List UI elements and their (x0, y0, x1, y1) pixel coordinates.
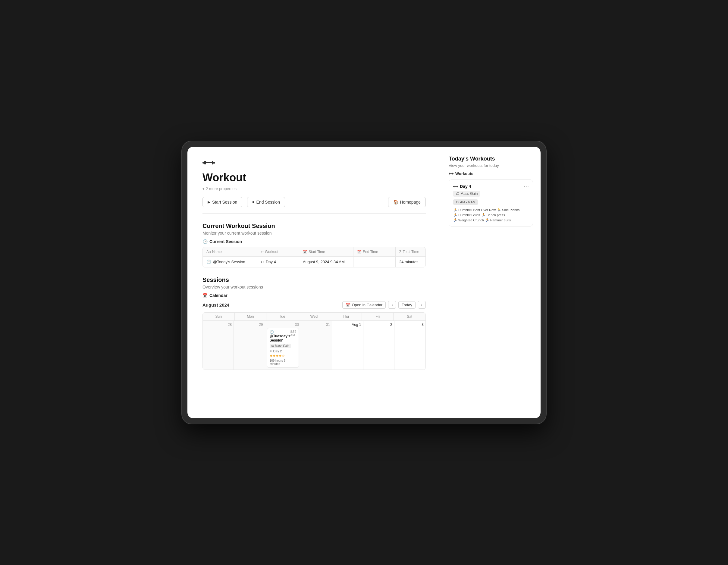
calendar-controls: 📅 Open in Calendar ‹ Today › (342, 301, 426, 309)
exercise-3: 🏃 Dumbbell curls (453, 213, 480, 217)
date-29: 29 (236, 322, 263, 327)
exercise-icon-5: 🏃 (453, 218, 457, 222)
card-more-button[interactable]: ··· (524, 184, 529, 189)
date-3: 3 (396, 322, 424, 327)
exercise-icon-3: 🏃 (453, 213, 457, 217)
right-panel: Today's Workouts View your workouts for … (441, 147, 541, 418)
card-dumbbell-icon (453, 184, 458, 189)
current-session-title: Current Workout Session (202, 223, 426, 230)
exercise-1: 🏃 Dumbbell Bent Over Row (453, 208, 496, 212)
end-session-button[interactable]: ■ End Session (247, 197, 285, 207)
cell-end-time (353, 257, 396, 267)
exercise-4: 🏃 Bench press (482, 213, 505, 217)
workouts-label: Workouts (449, 171, 533, 176)
calendar-icon-1: 📅 (303, 250, 307, 254)
svg-rect-12 (454, 187, 457, 187)
cal-cell-30: 30 🕐 @Tuesday's Session 8:52 AM (265, 321, 301, 369)
col-name: Aa Name (203, 247, 257, 256)
calendar-label-icon: 📅 (202, 293, 208, 298)
sigma-icon: Σ (399, 250, 401, 254)
day-fri: Fri (362, 312, 394, 320)
event-name-wrapper: 🕐 @Tuesday's Session (270, 330, 290, 342)
event-duration: 169 hours 9 minutes (270, 359, 297, 366)
sessions-section: Sessions Overview your workout sessions … (202, 277, 426, 370)
calendar-open-icon: 📅 (346, 303, 350, 307)
page-header: Workout ▾ 2 more properties (202, 159, 426, 191)
time-badge: 12 AM - 6 AM (453, 199, 478, 205)
cal-cell-aug1: Aug 1 (332, 321, 363, 369)
workout-col-icon: ⇿ (261, 250, 264, 254)
date-2: 2 (365, 322, 392, 327)
next-month-button[interactable]: › (418, 301, 426, 309)
exercise-2: 🏃 Side Planks (497, 208, 519, 212)
start-session-button[interactable]: ▶ Start Session (202, 197, 242, 207)
tag-icon: 🏷 (271, 344, 274, 347)
exercise-icon-4: 🏃 (482, 213, 486, 217)
card-tag: 🏷 Mass Gain (453, 191, 480, 197)
prev-month-button[interactable]: ‹ (388, 301, 396, 309)
day-icon: ⇿ (270, 349, 272, 353)
col-workout: ⇿ Workout (257, 247, 299, 256)
current-session-subtitle: Monitor your current workout session (202, 231, 426, 236)
todays-workouts-title: Today's Workouts (449, 156, 533, 162)
svg-rect-1 (204, 161, 206, 165)
cell-total-time: 24 minutes (396, 257, 426, 267)
event-header: 🕐 @Tuesday's Session 8:52 AM (270, 330, 297, 342)
toolbar-right: 🏠 Homepage (388, 197, 426, 207)
svg-rect-4 (213, 162, 215, 164)
current-session-label: 🕐 Current Session (202, 239, 426, 244)
page-title: Workout (202, 171, 426, 184)
cell-start-time: August 9, 2024 9:34 AM (299, 257, 353, 267)
date-28: 28 (205, 322, 232, 327)
stop-icon: ■ (252, 200, 254, 204)
exercise-icon-6: 🏃 (485, 218, 489, 222)
cal-cell-28: 28 (203, 321, 234, 369)
table-row: 🕐 @Today's Session ⇿ Day 4 August 9, 202… (203, 257, 425, 267)
svg-rect-6 (449, 173, 450, 175)
play-icon: ▶ (208, 200, 210, 204)
current-session-section: Current Workout Session Monitor your cur… (202, 223, 426, 268)
cal-cell-3: 3 (394, 321, 425, 369)
day-mon: Mon (235, 312, 267, 320)
calendar-month: August 2024 (202, 302, 229, 307)
date-31: 31 (303, 322, 330, 327)
svg-rect-14 (457, 186, 458, 187)
days-header: Sun Mon Tue Wed Thu Fri Sat (203, 312, 425, 321)
device-frame: Workout ▾ 2 more properties ▶ Start Sess… (182, 141, 546, 424)
tuesday-session-event[interactable]: 🕐 @Tuesday's Session 8:52 AM 🏷 Mass Gain (267, 328, 299, 368)
table-header: Aa Name ⇿ Workout 📅 Start Time 📅 End Tim… (203, 247, 425, 257)
workout-card-title: Day 4 (453, 184, 529, 189)
day-sun: Sun (203, 312, 235, 320)
svg-rect-7 (450, 174, 452, 174)
calendar-week-1: 28 29 30 🕐 (203, 321, 425, 369)
date-aug1: Aug 1 (334, 322, 361, 327)
homepage-button[interactable]: 🏠 Homepage (388, 197, 426, 207)
exercise-5: 🏃 Weighted Crunch (453, 218, 484, 222)
session-table: Aa Name ⇿ Workout 📅 Start Time 📅 End Tim… (202, 247, 426, 268)
tag-icon-card: 🏷 (456, 192, 459, 196)
exercise-icon-1: 🏃 (453, 208, 457, 212)
col-end-time: 📅 End Time (353, 247, 396, 256)
home-icon: 🏠 (393, 200, 398, 205)
day-thu: Thu (330, 312, 362, 320)
col-total-time: Σ Total Time (396, 247, 426, 256)
exercise-icon-2: 🏃 (497, 208, 501, 212)
event-day: ⇿ Day 2 (270, 349, 282, 353)
dumbbell-icon (202, 159, 426, 168)
more-properties-toggle[interactable]: ▾ 2 more properties (202, 187, 426, 191)
workout-card: Day 4 🏷 Mass Gain 12 AM - 6 AM 🏃 Dumbbel… (449, 180, 533, 227)
today-button[interactable]: Today (398, 301, 416, 309)
dumbbell-cell-icon: ⇿ (261, 260, 264, 264)
calendar-label: 📅 Calendar (202, 293, 426, 298)
day-sat: Sat (394, 312, 425, 320)
sessions-title: Sessions (202, 277, 426, 283)
event-tag: 🏷 Mass Gain (270, 344, 291, 348)
day-wed: Wed (298, 312, 330, 320)
cell-workout: ⇿ Day 4 (257, 257, 299, 267)
exercise-6: 🏃 Hammer curls (485, 218, 511, 222)
calendar-grid: Sun Mon Tue Wed Thu Fri Sat 28 (202, 312, 426, 370)
open-in-calendar-button[interactable]: 📅 Open in Calendar (342, 301, 386, 309)
day-tue: Tue (266, 312, 298, 320)
col-start-time: 📅 Start Time (299, 247, 353, 256)
screen: Workout ▾ 2 more properties ▶ Start Sess… (187, 147, 541, 418)
